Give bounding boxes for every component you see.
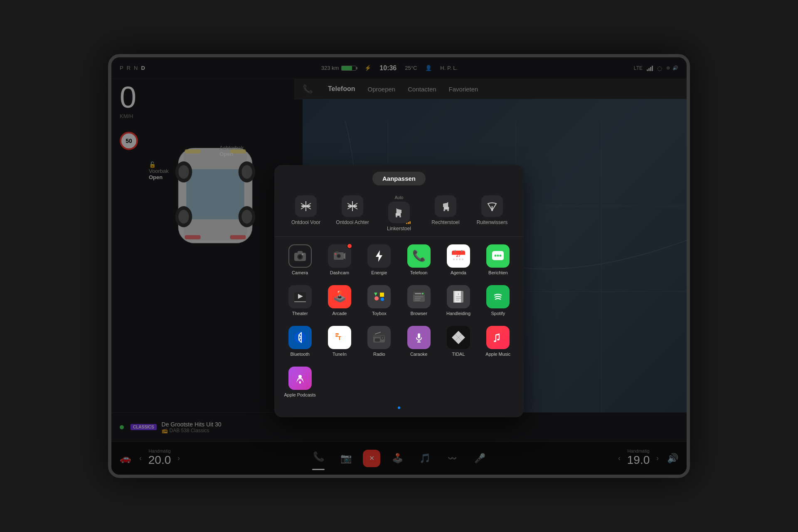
screen-content: P R N D 323 km ⚡ 10:36 25°C 👤 H. P. L. <box>111 57 687 475</box>
quick-controls: Ontdooi Voor Ontdooi Achter <box>274 190 524 237</box>
quick-ctrl-ontdooi-achter[interactable]: Ontdooi Achter <box>336 195 369 232</box>
quick-ctrl-ruitenwissers[interactable]: Ruitenwissers <box>475 195 509 232</box>
seat-heat-dots <box>406 221 411 224</box>
svg-line-95 <box>375 332 381 334</box>
svg-rect-94 <box>375 338 380 342</box>
svg-text:27: 27 <box>456 253 461 258</box>
svg-point-38 <box>299 256 301 258</box>
app-icon-theater <box>288 285 312 308</box>
svg-point-73 <box>422 293 424 294</box>
quick-ctrl-ontdooi-voor[interactable]: Ontdooi Voor <box>289 195 323 232</box>
app-item-tidal[interactable]: TIDAL <box>439 322 477 361</box>
app-item-spotify[interactable]: Spotify <box>479 281 517 320</box>
svg-point-60 <box>497 254 499 256</box>
popup: Aanpassen Ontd <box>274 165 524 417</box>
rechterstoel-label: Rechterstoel <box>431 219 459 225</box>
svg-marker-68 <box>374 293 377 296</box>
app-item-caraoke[interactable]: Caraoke <box>400 322 438 361</box>
svg-point-107 <box>299 376 301 377</box>
app-label-bluetooth: Bluetooth <box>290 352 309 357</box>
svg-point-40 <box>302 254 303 255</box>
svg-point-61 <box>500 254 502 256</box>
svg-rect-29 <box>396 216 397 217</box>
svg-point-46 <box>335 253 336 254</box>
svg-rect-55 <box>456 259 458 260</box>
app-label-energie: Energie <box>371 270 387 275</box>
app-icon-dashcam <box>328 244 351 268</box>
svg-point-93 <box>382 337 383 339</box>
svg-marker-42 <box>344 253 345 259</box>
svg-point-66 <box>374 296 379 300</box>
svg-rect-89 <box>335 335 338 337</box>
app-icon-telefoon: 📞 <box>407 244 431 268</box>
svg-text:i: i <box>458 292 459 296</box>
popup-overlay: Aanpassen Ontd <box>111 57 687 475</box>
svg-rect-83 <box>461 291 463 303</box>
svg-text:T: T <box>338 335 341 341</box>
app-label-camera: Camera <box>292 270 308 275</box>
app-label-apple-podcasts: Apple Podcasts <box>284 392 315 397</box>
app-label-tidal: TIDAL <box>452 352 465 357</box>
linkerstoel-auto-label: Auto <box>395 195 404 200</box>
svg-rect-97 <box>418 333 420 338</box>
app-item-telefoon[interactable]: 📞Telefoon <box>400 240 438 279</box>
app-item-apple-music[interactable]: Apple Music <box>479 322 517 361</box>
linkerstoel-icon <box>388 202 410 223</box>
quick-ctrl-linkerstoel[interactable]: Auto <box>382 195 416 232</box>
svg-point-59 <box>495 254 497 256</box>
app-item-browser[interactable]: Browser <box>400 281 438 320</box>
app-icon-camera <box>288 244 312 268</box>
app-item-energie[interactable]: Energie <box>360 240 398 279</box>
popup-title-btn[interactable]: Aanpassen <box>372 172 426 185</box>
app-icon-caraoke <box>407 326 431 349</box>
ruitenwissers-icon <box>481 195 503 217</box>
app-item-berichten[interactable]: Berichten <box>479 240 517 279</box>
app-icon-toybox <box>367 285 391 308</box>
svg-point-44 <box>337 255 340 257</box>
app-icon-spotify <box>486 285 510 308</box>
svg-rect-56 <box>459 259 461 260</box>
ontdooi-voor-icon <box>295 195 317 217</box>
app-item-radio[interactable]: Radio <box>360 322 398 361</box>
app-icon-agenda: 27 <box>447 244 470 268</box>
popup-title-bar: Aanpassen <box>274 165 524 190</box>
app-label-radio: Radio <box>373 352 385 357</box>
app-item-arcade[interactable]: 🕹️Arcade <box>320 281 358 320</box>
dashcam-notif-dot <box>347 243 352 249</box>
app-icon-apple-music <box>486 326 510 349</box>
app-label-spotify: Spotify <box>491 311 505 316</box>
app-label-telefoon: Telefoon <box>410 270 428 275</box>
svg-marker-47 <box>376 250 382 262</box>
linkerstoel-label: Linkerstoel <box>387 226 411 232</box>
app-item-bluetooth[interactable]: Bluetooth <box>281 322 319 361</box>
app-label-apple-music: Apple Music <box>485 352 510 357</box>
app-item-theater[interactable]: Theater <box>281 281 319 320</box>
app-label-berichten: Berichten <box>488 270 507 275</box>
app-label-caraoke: Caraoke <box>410 352 428 357</box>
app-icon-handleiding: i <box>447 285 470 308</box>
svg-rect-88 <box>335 333 339 335</box>
rechterstoel-icon <box>435 195 456 217</box>
ontdooi-voor-label: Ontdooi Voor <box>291 219 320 225</box>
app-item-tunein[interactable]: T TuneIn <box>320 322 358 361</box>
app-grid: Camera Dashcam Energie📞Telefoon 27 Agend… <box>274 237 524 405</box>
app-label-theater: Theater <box>292 311 308 316</box>
app-label-dashcam: Dashcam <box>330 270 349 275</box>
quick-ctrl-rechterstoel[interactable]: Rechterstoel <box>429 195 462 232</box>
app-label-tunein: TuneIn <box>332 352 347 357</box>
ontdooi-achter-icon <box>342 195 363 217</box>
app-item-agenda[interactable]: 27 Agenda <box>439 240 477 279</box>
app-icon-tunein: T <box>328 326 351 349</box>
app-item-handleiding[interactable]: i Handleiding <box>439 281 477 320</box>
app-icon-arcade: 🕹️ <box>328 285 351 308</box>
app-label-toybox: Toybox <box>372 311 387 316</box>
app-item-dashcam[interactable]: Dashcam <box>320 240 358 279</box>
app-item-apple-podcasts[interactable]: Apple Podcasts <box>281 362 319 401</box>
ruitenwissers-label: Ruitenwissers <box>477 219 508 225</box>
app-item-toybox[interactable]: Toybox <box>360 281 398 320</box>
app-item-camera[interactable]: Camera <box>281 240 319 279</box>
svg-rect-54 <box>453 259 455 260</box>
svg-rect-108 <box>299 381 301 384</box>
app-icon-energie <box>367 244 391 268</box>
svg-rect-31 <box>447 209 449 211</box>
